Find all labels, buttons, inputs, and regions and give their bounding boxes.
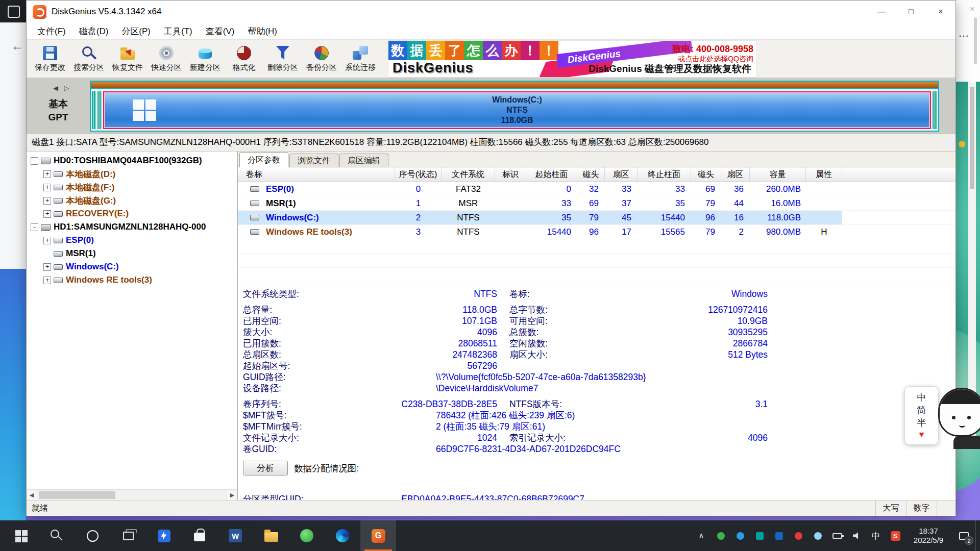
tree-item-local-g[interactable]: + 本地磁盘(G:) — [27, 194, 237, 207]
menu-item[interactable]: 分区(P) — [115, 23, 157, 39]
partition-block-msr[interactable] — [97, 91, 102, 129]
tray-icon-teal[interactable] — [750, 520, 769, 551]
scrollbar-thumb[interactable] — [970, 87, 974, 189]
sogou-tray-icon[interactable]: S — [886, 520, 905, 551]
hidden-icons-button[interactable]: ∧ — [692, 520, 711, 551]
background-scrollbar-track[interactable] — [968, 82, 976, 439]
expand-toggle-icon[interactable]: + — [43, 170, 51, 178]
new-partition-button[interactable]: 新建分区 — [186, 41, 225, 77]
row-msr[interactable]: MSR(1) 1 MSR 33 69 37 35 79 44 16.0MB — [238, 196, 955, 211]
column-header[interactable]: 磁头 — [691, 167, 721, 182]
tray-icon-qq[interactable] — [769, 520, 789, 551]
tree-item-hd0[interactable]: - HD0:TOSHIBAMQ04ABF100(932GB) — [27, 154, 237, 167]
more-options-icon[interactable]: ⋯ — [959, 30, 969, 42]
tab-sector-edit[interactable]: 扇区编辑 — [339, 154, 388, 167]
expand-toggle-icon[interactable]: + — [43, 197, 51, 205]
expand-toggle-icon[interactable]: - — [31, 223, 38, 231]
expand-toggle-icon[interactable]: + — [43, 263, 51, 271]
file-explorer-app[interactable] — [253, 520, 289, 551]
taskbar-search-button[interactable] — [39, 520, 75, 551]
ad-banner[interactable]: 数据丢了怎么办！！ DiskGenius DiskGenius 致电: 400-… — [388, 40, 757, 78]
green-browser-app[interactable] — [289, 520, 325, 551]
maximize-button[interactable]: □ — [896, 1, 926, 23]
minimize-button[interactable]: — — [867, 1, 896, 23]
column-header[interactable]: 文件系统 — [442, 167, 495, 182]
action-center-button[interactable]: 2 — [952, 520, 975, 551]
tray-icon-green[interactable] — [711, 520, 730, 551]
tray-icon-snowflake[interactable] — [808, 520, 827, 551]
pinned-app-bolt[interactable] — [146, 520, 182, 551]
system-migrate-button[interactable]: 系统迁移 — [341, 41, 380, 77]
save-changes-button[interactable]: 保存更改 — [31, 41, 69, 77]
column-header[interactable]: 扇区 — [721, 167, 750, 182]
column-header[interactable]: 属性 — [806, 167, 842, 182]
tree-item-hd1[interactable]: - HD1:SAMSUNGMZNLN128HAHQ-000 — [27, 220, 237, 234]
partition-map-nav-arrows[interactable]: ◀ ▷ — [53, 84, 71, 92]
row-windows-re[interactable]: Windows RE tools(3) 3 NTFS 15440 96 17 1… — [238, 225, 955, 239]
task-view-button[interactable] — [110, 520, 146, 551]
tree-item-msr[interactable]: MSR(1) — [27, 247, 237, 260]
backup-partition-button[interactable]: 备份分区 — [302, 41, 341, 77]
column-header[interactable]: 卷标 — [238, 167, 395, 182]
taskbar-clock[interactable]: 18:37 2022/5/9 — [905, 527, 952, 545]
tab-partition-params[interactable]: 分区参数 — [239, 152, 288, 167]
tray-icon-red[interactable] — [789, 520, 808, 551]
expand-toggle-icon[interactable]: + — [43, 184, 51, 191]
search-partition-button[interactable]: 搜索分区 — [69, 41, 108, 77]
start-button[interactable] — [3, 520, 39, 551]
partition-block-re-tools[interactable] — [933, 91, 937, 129]
scroll-right-icon[interactable]: ▶ — [227, 490, 237, 500]
tree-item-esp[interactable]: + ESP(0) — [27, 234, 237, 247]
scrollbar-thumb[interactable] — [39, 491, 115, 499]
expand-toggle-icon[interactable]: - — [31, 157, 38, 165]
ime-status-widget[interactable]: 中 简 半 ♥ — [904, 386, 939, 445]
menu-item[interactable]: 工具(T) — [157, 23, 199, 39]
quick-partition-button[interactable]: 快速分区 — [147, 41, 186, 77]
menu-item[interactable]: 磁盘(D) — [72, 23, 115, 39]
row-windows-c[interactable]: Windows(C:) 2 NTFS 35 79 45 15440 96 16 … — [238, 211, 955, 225]
tray-icon-volume[interactable] — [847, 520, 866, 551]
tray-icon-battery[interactable] — [827, 520, 847, 551]
column-header[interactable]: 起始柱面 — [526, 167, 577, 182]
tree-item-local-d[interactable]: + 本地磁盘(D:) — [27, 167, 237, 181]
edge-browser-app[interactable] — [325, 520, 360, 551]
column-header[interactable]: 磁头 — [577, 167, 605, 182]
browser-back-icon[interactable]: ← — [11, 39, 23, 53]
expand-toggle-icon[interactable]: + — [43, 210, 51, 218]
scroll-left-icon[interactable]: ◀ — [27, 490, 37, 500]
partition-block-windows-c[interactable]: Windows(C:) NTFS 118.0GB — [103, 91, 931, 129]
recover-files-button[interactable]: 恢复文件 — [108, 41, 147, 77]
column-header[interactable]: 序号(状态) — [395, 167, 442, 182]
menu-item[interactable]: 查看(V) — [199, 23, 241, 39]
menu-item[interactable]: 文件(F) — [31, 23, 72, 39]
tree-item-windows-c[interactable]: + Windows(C:) — [27, 260, 237, 273]
ime-indicator[interactable]: 中 — [866, 520, 886, 551]
tree-item-recovery-e[interactable]: + RECOVERY(E:) — [27, 207, 237, 220]
expand-toggle-icon[interactable]: + — [43, 237, 51, 244]
menu-item[interactable]: 帮助(H) — [241, 23, 284, 39]
format-button[interactable]: 格式化 — [225, 41, 263, 77]
toolbar: 保存更改 搜索分区 恢复文件 快速分区 — [27, 39, 955, 78]
store-app[interactable] — [182, 520, 217, 551]
partition-block-esp[interactable] — [92, 91, 96, 129]
column-header[interactable]: 扇区 — [605, 167, 638, 182]
tray-icon-blue-circle[interactable] — [730, 520, 750, 551]
tree-item-windows-re[interactable]: + Windows RE tools(3) — [27, 273, 237, 287]
expand-toggle-icon[interactable]: + — [43, 277, 51, 284]
table-row-empty — [238, 268, 955, 282]
background-scrollbar[interactable] — [974, 17, 977, 64]
delete-partition-button[interactable]: 删除分区 — [263, 41, 302, 77]
column-header[interactable]: 容量 — [750, 167, 806, 182]
row-esp[interactable]: ESP(0) 0 FAT32 0 32 33 33 69 36 260.0MB — [238, 182, 955, 196]
tree-item-local-f[interactable]: + 本地磁盘(F:) — [27, 181, 237, 194]
show-desktop-button[interactable] — [975, 520, 980, 551]
column-header[interactable]: 标识 — [495, 167, 526, 182]
tree-horizontal-scrollbar[interactable]: ◀ ▶ — [27, 489, 237, 500]
diskgenius-app[interactable]: G — [360, 520, 396, 551]
tab-browse-files[interactable]: 浏览文件 — [289, 154, 338, 167]
analyze-button[interactable]: 分析 — [243, 461, 288, 475]
word-app[interactable]: W — [217, 520, 253, 551]
close-button[interactable]: × — [926, 1, 955, 23]
cortana-button[interactable] — [75, 520, 110, 551]
column-header[interactable]: 终止柱面 — [638, 167, 691, 182]
